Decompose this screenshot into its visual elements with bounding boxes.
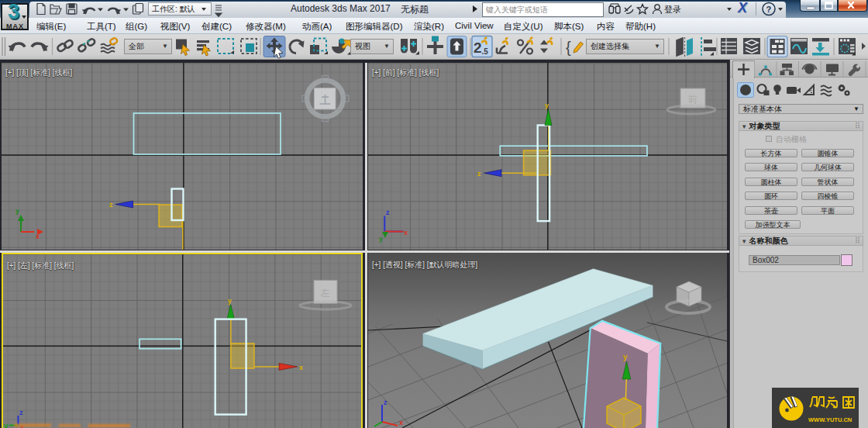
svg-text:y: y [4, 422, 9, 428]
svg-text:y: y [623, 353, 628, 361]
svg-text:z: z [386, 209, 390, 216]
svg-text:z: z [19, 409, 23, 416]
svg-text:左: 左 [320, 288, 330, 299]
svg-text:?: ? [766, 5, 772, 14]
svg-text:{: { [566, 39, 571, 56]
svg-text:前: 前 [688, 94, 698, 105]
svg-text:2: 2 [474, 40, 482, 56]
svg-text:x: x [404, 229, 408, 236]
svg-text:z: z [477, 170, 481, 178]
svg-text:x: x [399, 419, 403, 426]
svg-text:y: y [16, 207, 19, 215]
svg-text:x: x [299, 364, 303, 371]
svg-text:y: y [379, 235, 383, 243]
svg-text:z: z [109, 201, 113, 209]
svg-text:x: x [36, 233, 40, 240]
svg-text:WWW.YUTU.CN: WWW.YUTU.CN [808, 416, 852, 423]
svg-text:y: y [228, 297, 232, 305]
svg-text:y: y [545, 102, 549, 109]
svg-text:z: z [384, 399, 388, 406]
svg-text:.5: .5 [482, 47, 489, 56]
